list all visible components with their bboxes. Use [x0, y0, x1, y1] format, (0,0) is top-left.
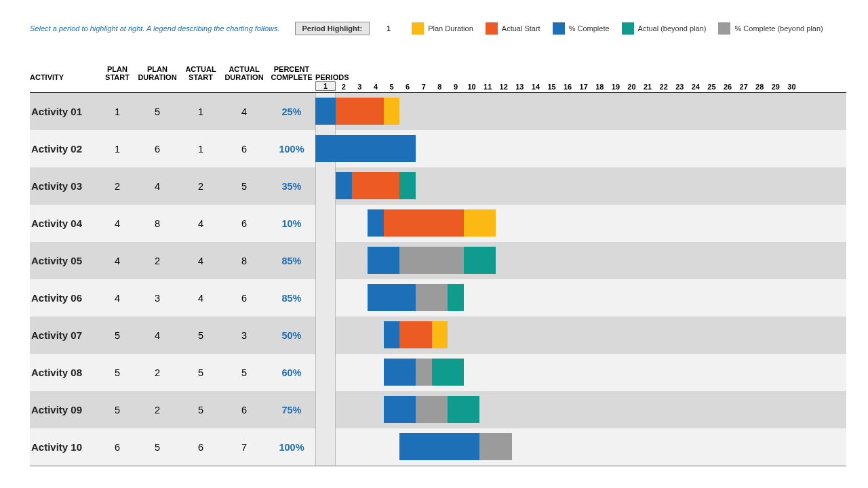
plan-duration: 3: [134, 279, 181, 317]
period-number[interactable]: 28: [751, 83, 768, 91]
gantt-bar-area: [315, 93, 800, 130]
gantt-bar-area: [315, 391, 800, 428]
plan-duration: 2: [134, 391, 181, 428]
actual-duration: 6: [220, 391, 268, 428]
period-number[interactable]: 10: [464, 83, 480, 91]
grid-body: Activity 01151425%Activity 021616100%Act…: [30, 93, 846, 466]
gantt-bar-area: [315, 167, 800, 205]
gantt-bar-area: [315, 242, 800, 279]
period-highlight-band: [315, 242, 336, 279]
actual-duration: 6: [220, 130, 268, 167]
period-number[interactable]: 7: [416, 83, 432, 91]
period-number[interactable]: 18: [592, 83, 608, 91]
period-number[interactable]: 5: [384, 83, 400, 91]
actual-start: 4: [181, 205, 220, 242]
bar-plan: [384, 98, 400, 125]
bar-pct: [384, 396, 416, 423]
period-number[interactable]: 19: [608, 83, 624, 91]
actual-start: 1: [181, 93, 220, 130]
period-number[interactable]: 20: [624, 83, 640, 91]
period-number[interactable]: 25: [704, 83, 720, 91]
actual-start: 5: [181, 317, 220, 354]
bar-pct_beyond: [416, 359, 432, 386]
period-number[interactable]: 22: [656, 83, 672, 91]
period-number[interactable]: 1: [315, 81, 336, 91]
legend-item: Plan Duration: [412, 22, 473, 35]
period-number[interactable]: 21: [639, 83, 656, 91]
plan-start: 5: [101, 317, 134, 354]
hdr-plan-start: PLANSTART: [101, 65, 134, 81]
period-number[interactable]: 23: [671, 83, 688, 91]
bar-actual: [336, 98, 384, 125]
legend-swatch-icon: [718, 22, 730, 35]
actual-start: 4: [181, 279, 220, 317]
period-number[interactable]: 4: [368, 83, 384, 91]
actual-duration: 5: [220, 354, 268, 391]
hdr-periods: PERIODS: [315, 73, 368, 81]
bar-pct: [384, 359, 416, 386]
legend-label: Actual Start: [502, 24, 540, 33]
period-highlight-band: [315, 428, 336, 466]
period-number[interactable]: 13: [512, 83, 528, 91]
legend-swatch-icon: [553, 22, 565, 35]
table-row: Activity 06434685%: [30, 279, 846, 317]
table-row: Activity 03242535%: [30, 167, 846, 205]
bar-beyond: [464, 247, 496, 274]
actual-duration: 5: [220, 167, 268, 205]
period-number[interactable]: 26: [719, 83, 736, 91]
table-row: Activity 08525560%: [30, 354, 846, 391]
plan-start: 1: [101, 93, 134, 130]
hdr-actual-duration: ACTUALDURATION: [220, 65, 268, 81]
legend-item: Actual (beyond plan): [622, 22, 707, 35]
hdr-actual-start: ACTUALSTART: [181, 65, 220, 81]
plan-start: 1: [101, 130, 134, 167]
period-highlight-value[interactable]: 1: [379, 24, 398, 33]
period-number[interactable]: 2: [336, 83, 352, 91]
legend-item: % Complete (beyond plan): [718, 22, 823, 35]
plan-duration: 8: [134, 205, 181, 242]
period-number[interactable]: 29: [768, 83, 784, 91]
period-number[interactable]: 24: [688, 83, 704, 91]
period-number[interactable]: 16: [559, 83, 576, 91]
period-number[interactable]: 8: [432, 83, 448, 91]
period-number[interactable]: 17: [576, 83, 592, 91]
activity-name: Activity 02: [30, 130, 101, 167]
plan-duration: 2: [134, 242, 181, 279]
period-number[interactable]: 12: [496, 83, 512, 91]
table-row: Activity 106567100%: [30, 428, 846, 466]
period-number[interactable]: 15: [544, 83, 560, 91]
actual-duration: 8: [220, 242, 268, 279]
period-number[interactable]: 30: [784, 83, 800, 91]
period-number[interactable]: 11: [479, 83, 496, 91]
table-row: Activity 01151425%: [30, 93, 846, 130]
legend-label: % Complete (beyond plan): [734, 24, 823, 33]
actual-start: 5: [181, 354, 220, 391]
bar-pct: [368, 209, 384, 237]
period-number[interactable]: 27: [736, 83, 752, 91]
bar-beyond: [448, 284, 464, 311]
bar-pct: [384, 321, 400, 348]
plan-duration: 4: [134, 167, 181, 205]
actual-start: 4: [181, 242, 220, 279]
bar-beyond: [448, 396, 479, 423]
bar-plan: [432, 321, 448, 348]
actual-duration: 7: [220, 428, 268, 466]
table-row: Activity 05424885%: [30, 242, 846, 279]
actual-duration: 4: [220, 93, 268, 130]
bar-pct: [368, 247, 399, 274]
period-number[interactable]: 6: [399, 83, 416, 91]
gantt-bar-area: [315, 279, 800, 317]
bar-actual: [384, 209, 464, 237]
bottom-rule: [30, 466, 846, 466]
actual-start: 5: [181, 391, 220, 428]
period-number[interactable]: 9: [448, 83, 464, 91]
period-number[interactable]: 14: [528, 83, 544, 91]
percent-complete: 100%: [268, 428, 315, 466]
table-row: Activity 04484610%: [30, 205, 846, 242]
bar-pct: [336, 172, 352, 199]
period-number[interactable]: 3: [352, 83, 368, 91]
percent-complete: 75%: [268, 391, 315, 428]
table-row: Activity 09525675%: [30, 391, 846, 428]
plan-start: 5: [101, 354, 134, 391]
period-highlight-label: Period Highlight:: [295, 22, 370, 35]
